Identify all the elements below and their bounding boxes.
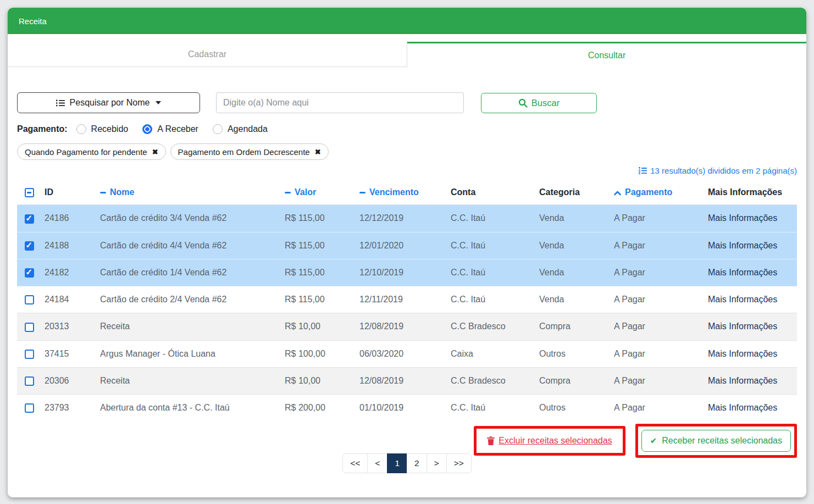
cell-nome: Cartão de crédito 4/4 Venda #62 [100, 232, 285, 259]
row-checkbox[interactable] [25, 295, 34, 304]
column-header-id: ID [45, 181, 100, 205]
cell-pagamento: A Pagar [614, 232, 708, 259]
cell-vencimento: 01/10/2019 [359, 395, 451, 422]
chevron-up-icon [614, 191, 621, 196]
cell-conta: C.C. Itaú [451, 395, 539, 422]
cell-valor: R$ 115,00 [285, 232, 359, 259]
mais-informacoes-link[interactable]: Mais Informações [708, 376, 777, 385]
column-header-mais-informacoes: Mais Informações [708, 181, 797, 205]
excluir-selecionadas-button[interactable]: Excluir receitas selecionadas [487, 436, 612, 446]
results-info-text: 13 resultado(s) divididos em 2 página(s) [650, 166, 797, 175]
row-checkbox[interactable] [25, 350, 34, 359]
page-button[interactable]: < [367, 453, 387, 473]
page-button[interactable]: 1 [387, 453, 407, 473]
mais-informacoes-link[interactable]: Mais Informações [708, 403, 777, 412]
filter-chip-label: Quando Pagamento for pendente [25, 147, 147, 157]
check-icon: ✔ [650, 436, 657, 446]
cell-id: 24186 [45, 205, 100, 232]
trash-icon [487, 436, 495, 445]
filter-chip: Quando Pagamento for pendente ✖ [17, 143, 166, 160]
mais-informacoes-link[interactable]: Mais Informações [708, 322, 777, 331]
radio-label: A Receber [157, 124, 198, 134]
page-button[interactable]: > [427, 453, 447, 473]
cell-nome: Cartão de crédito 2/4 Venda #62 [100, 286, 285, 313]
mais-informacoes-link[interactable]: Mais Informações [708, 241, 777, 250]
filter-chips: Quando Pagamento for pendente ✖ Pagament… [17, 143, 797, 160]
cell-valor: R$ 115,00 [285, 205, 359, 232]
cell-id: 20306 [45, 367, 100, 394]
cell-categoria: Compra [539, 313, 614, 340]
mais-informacoes-link[interactable]: Mais Informações [708, 268, 777, 277]
annotation-box-receive: ✔ Receber receitas selecionadas [635, 424, 797, 458]
search-field-dropdown[interactable]: Pesquisar por Nome [17, 92, 200, 113]
search-input[interactable] [216, 92, 464, 113]
cell-conta: Caixa [451, 340, 539, 367]
mais-informacoes-link[interactable]: Mais Informações [708, 349, 777, 358]
cell-id: 20313 [45, 313, 100, 340]
remove-filter-icon[interactable]: ✖ [152, 148, 158, 156]
table-row[interactable]: 20313 Receita R$ 10,00 12/08/2019 C.C Br… [17, 313, 797, 340]
cell-valor: R$ 100,00 [285, 340, 359, 367]
cell-categoria: Venda [539, 205, 614, 232]
annotation-box-delete: Excluir receitas selecionadas [474, 426, 625, 456]
cell-nome: Abertura da conta #13 - C.C. Itaú [100, 395, 285, 422]
buscar-label: Buscar [531, 98, 560, 108]
receitas-table: ID Nome Valor Vencimento Conta Categoria… [17, 181, 797, 421]
cell-conta: C.C Bradesco [451, 367, 539, 394]
column-header-valor[interactable]: Valor [285, 181, 359, 205]
column-header-pagamento[interactable]: Pagamento [614, 181, 708, 205]
buscar-button[interactable]: Buscar [481, 93, 597, 113]
remove-filter-icon[interactable]: ✖ [315, 148, 321, 156]
tab-label: Consultar [588, 51, 625, 60]
select-all-checkbox[interactable] [25, 188, 34, 197]
column-header-nome[interactable]: Nome [100, 181, 285, 205]
cell-nome: Cartão de crédito 1/4 Venda #62 [100, 259, 285, 286]
row-checkbox[interactable] [25, 241, 34, 251]
table-row[interactable]: 24184 Cartão de crédito 2/4 Venda #62 R$… [17, 286, 797, 313]
pagamento-label: Pagamento: [17, 124, 68, 134]
cell-nome: Receita [100, 367, 285, 394]
mais-informacoes-link[interactable]: Mais Informações [708, 213, 777, 223]
radio-icon [76, 124, 86, 134]
cell-pagamento: A Pagar [614, 340, 708, 367]
cell-pagamento: A Pagar [614, 313, 708, 340]
panel-header: Receita [8, 8, 806, 34]
receber-selecionadas-button[interactable]: ✔ Receber receitas selecionadas [641, 430, 791, 452]
row-checkbox[interactable] [25, 268, 34, 278]
radio-icon [142, 124, 152, 134]
tab-cadastrar[interactable]: Cadastrar [8, 42, 407, 67]
page-button[interactable]: 2 [407, 453, 427, 473]
cell-pagamento: A Pagar [614, 259, 708, 286]
table-row[interactable]: 37415 Argus Manager - Ótica Luana R$ 100… [17, 340, 797, 367]
row-checkbox[interactable] [25, 323, 34, 332]
payment-radio-option[interactable]: A Receber [142, 124, 198, 134]
cell-conta: C.C. Itaú [451, 259, 539, 286]
cell-id: 24182 [45, 259, 100, 286]
cell-pagamento: A Pagar [614, 367, 708, 394]
mais-informacoes-link[interactable]: Mais Informações [708, 295, 777, 304]
cell-id: 24188 [45, 232, 100, 259]
page-button[interactable]: >> [446, 453, 472, 473]
cell-vencimento: 12/10/2019 [359, 259, 451, 286]
row-checkbox[interactable] [25, 403, 34, 413]
cell-categoria: Outros [539, 395, 614, 422]
table-row[interactable]: 24182 Cartão de crédito 1/4 Venda #62 R$… [17, 259, 797, 286]
page-button[interactable]: << [342, 453, 368, 473]
tab-consultar[interactable]: Consultar [407, 42, 806, 67]
cell-vencimento: 06/03/2020 [359, 340, 451, 367]
payment-radio-option[interactable]: Agendada [213, 124, 268, 134]
cell-conta: C.C. Itaú [451, 205, 539, 232]
list-ol-icon [639, 167, 647, 174]
table-row[interactable]: 24186 Cartão de crédito 3/4 Venda #62 R$… [17, 205, 797, 232]
cell-vencimento: 12/11/2019 [359, 286, 451, 313]
payment-radio-option[interactable]: Recebido [76, 124, 129, 134]
table-row[interactable]: 20306 Receita R$ 10,00 12/08/2019 C.C Br… [17, 367, 797, 394]
column-header-vencimento[interactable]: Vencimento [359, 181, 451, 205]
row-checkbox[interactable] [25, 376, 34, 386]
excluir-label: Excluir receitas selecionadas [499, 436, 612, 446]
cell-categoria: Outros [539, 340, 614, 367]
row-checkbox[interactable] [25, 214, 34, 224]
cell-conta: C.C. Itaú [451, 232, 539, 259]
table-row[interactable]: 24188 Cartão de crédito 4/4 Venda #62 R$… [17, 232, 797, 259]
table-row[interactable]: 23793 Abertura da conta #13 - C.C. Itaú … [17, 395, 797, 422]
